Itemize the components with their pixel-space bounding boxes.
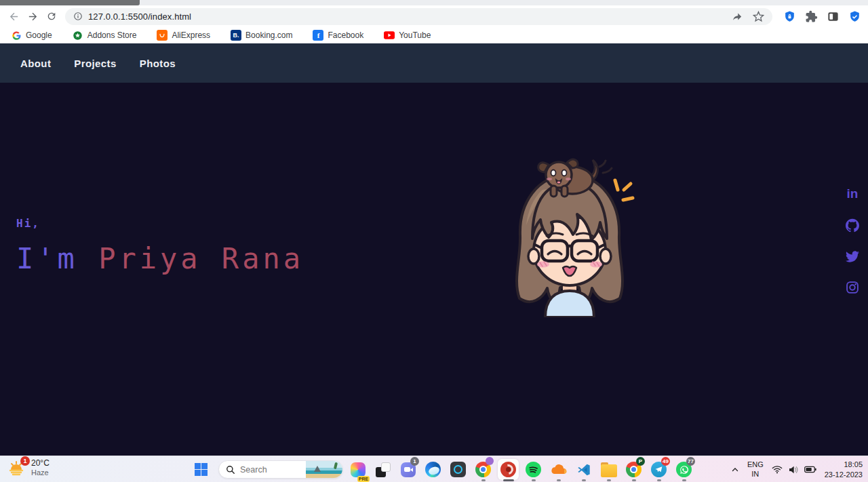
telegram-badge: 49	[661, 457, 670, 466]
bookmark-label: Booking.com	[245, 31, 292, 40]
nav-link-photos[interactable]: Photos	[140, 58, 176, 69]
reload-icon[interactable]	[42, 7, 61, 25]
taskbar-whatsapp-icon[interactable]: 77	[671, 456, 696, 482]
taskbar-spotify-icon[interactable]	[521, 456, 546, 482]
facebook-icon: f	[313, 30, 323, 41]
bookmark-addons-store[interactable]: Addons Store	[71, 28, 138, 42]
bookmark-booking[interactable]: B. Booking.com	[229, 28, 294, 42]
search-input[interactable]	[240, 465, 302, 475]
bookmark-label: Google	[26, 31, 52, 40]
chrome-profile-badge	[486, 457, 494, 465]
taskbar-vscode-icon[interactable]	[571, 456, 596, 482]
google-icon	[11, 30, 22, 41]
tab-strip	[0, 0, 868, 5]
share-icon[interactable]	[732, 11, 743, 22]
booking-icon: B.	[231, 30, 241, 41]
language-indicator[interactable]: ENG IN	[747, 460, 764, 479]
hero-title: I'm Priya Rana	[16, 242, 304, 275]
chat-badge: 1	[410, 457, 419, 466]
side-panel-icon[interactable]	[827, 10, 840, 23]
taskbar-chrome2-icon[interactable]: P	[621, 456, 646, 482]
hero-section: Hi, I'm Priya Rana	[16, 217, 304, 275]
volume-icon	[788, 465, 799, 475]
security-check-icon[interactable]	[848, 10, 861, 23]
url-text[interactable]: 127.0.0.1:5500/index.html	[88, 12, 732, 22]
bookmark-aliexpress[interactable]: AliExpress	[155, 28, 212, 42]
taskbar-chrome-icon[interactable]	[471, 456, 496, 482]
system-tray: ENG IN 18:05 23-12-2023	[731, 456, 863, 482]
forward-icon[interactable]	[23, 7, 42, 25]
taskbar-chat-icon[interactable]: 1	[395, 456, 420, 482]
search-daily-image	[306, 460, 342, 479]
nav-link-projects[interactable]: Projects	[74, 58, 116, 69]
taskbar-telegram-icon[interactable]: 49	[646, 456, 671, 482]
address-bar[interactable]: 127.0.0.1:5500/index.html	[65, 8, 772, 25]
portfolio-page: About Projects Photos Hi, I'm Priya Rana	[0, 43, 868, 456]
taskbar-explorer-icon[interactable]	[596, 456, 621, 482]
taskbar-edge-icon[interactable]	[420, 456, 446, 482]
tray-time: 18:05	[825, 460, 863, 469]
site-navbar: About Projects Photos	[0, 43, 868, 83]
taskbar-apps: PRE 1	[345, 456, 696, 482]
twitter-icon[interactable]	[846, 249, 859, 263]
bookmark-label: YouTube	[399, 31, 431, 40]
hero-name: Priya Rana	[98, 242, 304, 275]
windows-taskbar: 1 20°C Haze PRE 1	[0, 456, 868, 482]
youtube-icon	[384, 30, 395, 41]
copilot-pre-badge: PRE	[357, 476, 370, 482]
browser-tab[interactable]	[0, 0, 140, 5]
haze-sun-icon: 1	[7, 458, 26, 477]
chrome2-profile-badge: P	[636, 457, 645, 466]
taskbar-alexa-icon[interactable]	[446, 456, 471, 482]
start-button[interactable]	[195, 463, 208, 476]
hero-greeting: Hi,	[16, 217, 304, 230]
tray-status-icons[interactable]	[772, 465, 816, 475]
aliexpress-icon	[157, 30, 167, 41]
avatar-illustration	[502, 155, 637, 317]
linkedin-icon[interactable]: in	[846, 187, 859, 201]
sparkles	[615, 180, 633, 200]
tray-chevron-icon[interactable]	[731, 466, 739, 474]
weather-temperature: 20°C	[31, 459, 50, 468]
social-links: in	[846, 187, 859, 294]
search-icon	[226, 465, 235, 475]
instagram-icon[interactable]	[846, 281, 859, 294]
nav-link-about[interactable]: About	[20, 58, 51, 69]
weather-alert-badge: 1	[20, 456, 30, 466]
browser-toolbar: 127.0.0.1:5500/index.html	[0, 5, 868, 27]
bookmark-label: Facebook	[328, 31, 363, 40]
back-icon[interactable]	[4, 7, 23, 25]
bookmark-label: AliExpress	[172, 31, 210, 40]
bookmark-label: Addons Store	[87, 31, 137, 40]
taskbar-chrome-active-icon[interactable]	[496, 456, 521, 482]
taskbar-cloudflare-icon[interactable]	[546, 456, 571, 482]
bookmark-youtube[interactable]: YouTube	[382, 28, 432, 42]
adblock-shield-icon[interactable]	[783, 10, 796, 23]
taskbar-search[interactable]	[218, 460, 343, 479]
tray-date: 23-12-2023	[825, 470, 863, 479]
taskbar-copilot-icon[interactable]: PRE	[345, 456, 370, 482]
github-icon[interactable]	[846, 218, 859, 232]
clock[interactable]: 18:05 23-12-2023	[825, 460, 863, 479]
weather-condition: Haze	[31, 468, 50, 477]
addons-store-icon	[73, 30, 83, 41]
wifi-icon	[772, 465, 783, 474]
weather-widget[interactable]: 1 20°C Haze	[7, 458, 50, 477]
hero-intro: I'm	[16, 242, 78, 275]
whatsapp-badge: 77	[686, 457, 695, 466]
extensions-puzzle-icon[interactable]	[805, 10, 818, 23]
bookmarks-bar: Google Addons Store AliExpress B. Bookin…	[0, 27, 868, 43]
bookmark-star-icon[interactable]	[753, 11, 764, 22]
battery-icon	[804, 466, 816, 473]
site-info-icon[interactable]	[73, 12, 83, 21]
bookmark-facebook[interactable]: f Facebook	[311, 28, 365, 42]
taskbar-devhome-icon[interactable]	[370, 456, 395, 482]
bookmark-google[interactable]: Google	[9, 28, 54, 42]
